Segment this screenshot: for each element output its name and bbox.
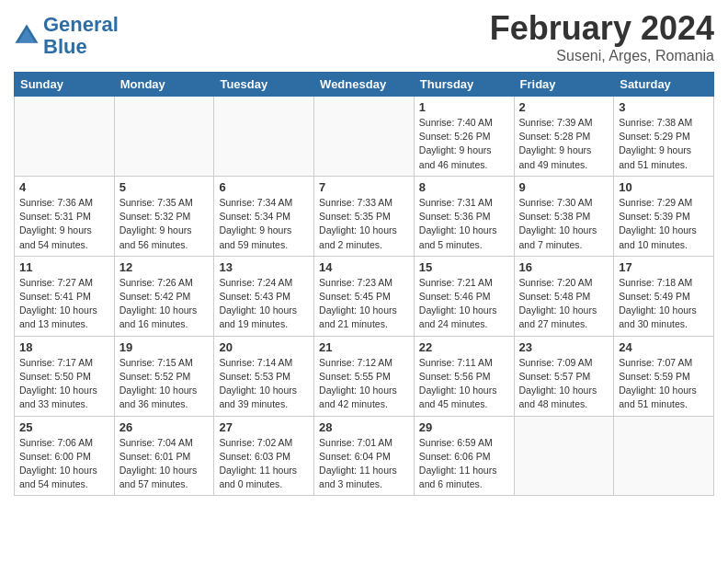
calendar-cell: 8Sunrise: 7:31 AM Sunset: 5:36 PM Daylig… bbox=[414, 176, 514, 256]
calendar-cell bbox=[15, 97, 115, 177]
calendar: SundayMondayTuesdayWednesdayThursdayFrid… bbox=[14, 72, 714, 496]
calendar-cell bbox=[314, 97, 415, 177]
day-info: Sunrise: 7:30 AM Sunset: 5:38 PM Dayligh… bbox=[519, 196, 609, 252]
day-info: Sunrise: 7:06 AM Sunset: 6:00 PM Dayligh… bbox=[19, 436, 109, 492]
day-number: 8 bbox=[419, 180, 509, 194]
day-info: Sunrise: 7:04 AM Sunset: 6:01 PM Dayligh… bbox=[119, 436, 210, 492]
calendar-cell: 12Sunrise: 7:26 AM Sunset: 5:42 PM Dayli… bbox=[114, 256, 214, 336]
day-info: Sunrise: 7:01 AM Sunset: 6:04 PM Dayligh… bbox=[319, 436, 409, 492]
day-header: Friday bbox=[514, 73, 614, 97]
calendar-cell: 14Sunrise: 7:23 AM Sunset: 5:45 PM Dayli… bbox=[314, 256, 415, 336]
day-number: 9 bbox=[519, 180, 609, 194]
day-number: 11 bbox=[19, 260, 109, 274]
calendar-cell: 25Sunrise: 7:06 AM Sunset: 6:00 PM Dayli… bbox=[15, 416, 115, 496]
calendar-cell: 13Sunrise: 7:24 AM Sunset: 5:43 PM Dayli… bbox=[214, 256, 314, 336]
day-info: Sunrise: 7:29 AM Sunset: 5:39 PM Dayligh… bbox=[619, 196, 709, 252]
calendar-week-row: 25Sunrise: 7:06 AM Sunset: 6:00 PM Dayli… bbox=[15, 416, 714, 496]
calendar-cell: 5Sunrise: 7:35 AM Sunset: 5:32 PM Daylig… bbox=[114, 176, 214, 256]
calendar-cell: 15Sunrise: 7:21 AM Sunset: 5:46 PM Dayli… bbox=[414, 256, 514, 336]
calendar-cell: 3Sunrise: 7:38 AM Sunset: 5:29 PM Daylig… bbox=[614, 97, 714, 177]
day-info: Sunrise: 7:20 AM Sunset: 5:48 PM Dayligh… bbox=[519, 276, 609, 332]
day-number: 2 bbox=[519, 100, 609, 114]
day-number: 3 bbox=[619, 100, 709, 114]
day-info: Sunrise: 7:14 AM Sunset: 5:53 PM Dayligh… bbox=[219, 356, 309, 412]
day-number: 16 bbox=[519, 260, 609, 274]
header: General Blue February 2024 Suseni, Arges… bbox=[14, 9, 714, 64]
calendar-cell: 21Sunrise: 7:12 AM Sunset: 5:55 PM Dayli… bbox=[314, 336, 415, 416]
calendar-cell bbox=[214, 97, 314, 177]
calendar-week-row: 11Sunrise: 7:27 AM Sunset: 5:41 PM Dayli… bbox=[15, 256, 714, 336]
day-info: Sunrise: 7:24 AM Sunset: 5:43 PM Dayligh… bbox=[219, 276, 309, 332]
calendar-week-row: 4Sunrise: 7:36 AM Sunset: 5:31 PM Daylig… bbox=[15, 176, 714, 256]
calendar-week-row: 18Sunrise: 7:17 AM Sunset: 5:50 PM Dayli… bbox=[15, 336, 714, 416]
day-info: Sunrise: 7:18 AM Sunset: 5:49 PM Dayligh… bbox=[619, 276, 709, 332]
day-number: 17 bbox=[619, 260, 709, 274]
title-area: February 2024 Suseni, Arges, Romania bbox=[490, 9, 714, 64]
calendar-cell: 27Sunrise: 7:02 AM Sunset: 6:03 PM Dayli… bbox=[214, 416, 314, 496]
day-number: 29 bbox=[419, 420, 509, 434]
calendar-cell: 11Sunrise: 7:27 AM Sunset: 5:41 PM Dayli… bbox=[15, 256, 115, 336]
calendar-cell: 4Sunrise: 7:36 AM Sunset: 5:31 PM Daylig… bbox=[15, 176, 115, 256]
day-number: 20 bbox=[219, 340, 309, 354]
calendar-body: 1Sunrise: 7:40 AM Sunset: 5:26 PM Daylig… bbox=[15, 97, 714, 496]
day-number: 25 bbox=[19, 420, 109, 434]
calendar-cell: 18Sunrise: 7:17 AM Sunset: 5:50 PM Dayli… bbox=[15, 336, 115, 416]
day-info: Sunrise: 7:38 AM Sunset: 5:29 PM Dayligh… bbox=[619, 116, 709, 172]
day-number: 13 bbox=[219, 260, 309, 274]
day-info: Sunrise: 7:23 AM Sunset: 5:45 PM Dayligh… bbox=[319, 276, 409, 332]
day-number: 1 bbox=[419, 100, 509, 114]
calendar-cell bbox=[514, 416, 614, 496]
calendar-cell: 28Sunrise: 7:01 AM Sunset: 6:04 PM Dayli… bbox=[314, 416, 415, 496]
day-info: Sunrise: 7:40 AM Sunset: 5:26 PM Dayligh… bbox=[419, 116, 509, 172]
day-info: Sunrise: 7:34 AM Sunset: 5:34 PM Dayligh… bbox=[219, 196, 309, 252]
day-number: 6 bbox=[219, 180, 309, 194]
logo-text: General Blue bbox=[43, 14, 119, 58]
day-number: 12 bbox=[119, 260, 210, 274]
day-header: Sunday bbox=[15, 73, 115, 97]
day-info: Sunrise: 7:31 AM Sunset: 5:36 PM Dayligh… bbox=[419, 196, 509, 252]
day-number: 10 bbox=[619, 180, 709, 194]
calendar-cell: 6Sunrise: 7:34 AM Sunset: 5:34 PM Daylig… bbox=[214, 176, 314, 256]
calendar-cell: 10Sunrise: 7:29 AM Sunset: 5:39 PM Dayli… bbox=[614, 176, 714, 256]
location-title: Suseni, Arges, Romania bbox=[490, 48, 714, 64]
day-info: Sunrise: 7:35 AM Sunset: 5:32 PM Dayligh… bbox=[119, 196, 210, 252]
calendar-cell bbox=[614, 416, 714, 496]
day-number: 18 bbox=[19, 340, 109, 354]
day-number: 14 bbox=[319, 260, 409, 274]
day-info: Sunrise: 7:33 AM Sunset: 5:35 PM Dayligh… bbox=[319, 196, 409, 252]
day-info: Sunrise: 6:59 AM Sunset: 6:06 PM Dayligh… bbox=[419, 436, 509, 492]
day-info: Sunrise: 7:36 AM Sunset: 5:31 PM Dayligh… bbox=[19, 196, 109, 252]
calendar-cell: 19Sunrise: 7:15 AM Sunset: 5:52 PM Dayli… bbox=[114, 336, 214, 416]
day-number: 26 bbox=[119, 420, 210, 434]
month-title: February 2024 bbox=[490, 9, 714, 48]
calendar-cell: 1Sunrise: 7:40 AM Sunset: 5:26 PM Daylig… bbox=[414, 97, 514, 177]
calendar-cell: 9Sunrise: 7:30 AM Sunset: 5:38 PM Daylig… bbox=[514, 176, 614, 256]
day-number: 15 bbox=[419, 260, 509, 274]
day-info: Sunrise: 7:17 AM Sunset: 5:50 PM Dayligh… bbox=[19, 356, 109, 412]
calendar-header-row: SundayMondayTuesdayWednesdayThursdayFrid… bbox=[15, 73, 714, 97]
day-header: Monday bbox=[114, 73, 214, 97]
calendar-cell: 29Sunrise: 6:59 AM Sunset: 6:06 PM Dayli… bbox=[414, 416, 514, 496]
calendar-week-row: 1Sunrise: 7:40 AM Sunset: 5:26 PM Daylig… bbox=[15, 97, 714, 177]
logo: General Blue bbox=[14, 14, 119, 58]
day-header: Tuesday bbox=[214, 73, 314, 97]
calendar-cell: 7Sunrise: 7:33 AM Sunset: 5:35 PM Daylig… bbox=[314, 176, 415, 256]
day-header: Thursday bbox=[414, 73, 514, 97]
day-header: Wednesday bbox=[314, 73, 415, 97]
day-number: 28 bbox=[319, 420, 409, 434]
day-info: Sunrise: 7:15 AM Sunset: 5:52 PM Dayligh… bbox=[119, 356, 210, 412]
day-number: 27 bbox=[219, 420, 309, 434]
day-number: 24 bbox=[619, 340, 709, 354]
day-number: 21 bbox=[319, 340, 409, 354]
day-info: Sunrise: 7:26 AM Sunset: 5:42 PM Dayligh… bbox=[119, 276, 210, 332]
day-info: Sunrise: 7:21 AM Sunset: 5:46 PM Dayligh… bbox=[419, 276, 509, 332]
calendar-cell: 23Sunrise: 7:09 AM Sunset: 5:57 PM Dayli… bbox=[514, 336, 614, 416]
calendar-cell: 20Sunrise: 7:14 AM Sunset: 5:53 PM Dayli… bbox=[214, 336, 314, 416]
calendar-cell bbox=[114, 97, 214, 177]
calendar-cell: 22Sunrise: 7:11 AM Sunset: 5:56 PM Dayli… bbox=[414, 336, 514, 416]
day-number: 7 bbox=[319, 180, 409, 194]
calendar-cell: 2Sunrise: 7:39 AM Sunset: 5:28 PM Daylig… bbox=[514, 97, 614, 177]
calendar-cell: 17Sunrise: 7:18 AM Sunset: 5:49 PM Dayli… bbox=[614, 256, 714, 336]
day-number: 4 bbox=[19, 180, 109, 194]
day-number: 5 bbox=[119, 180, 210, 194]
